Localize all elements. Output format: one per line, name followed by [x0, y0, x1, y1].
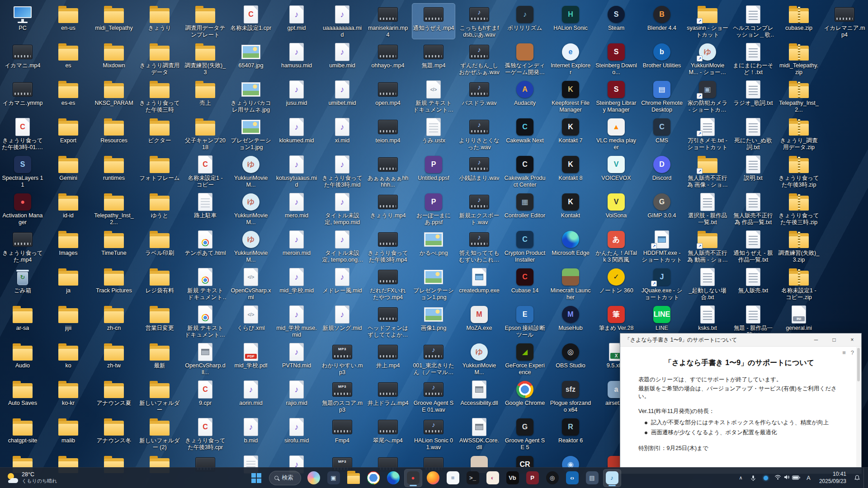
desktop-icon[interactable]: AWSSDK.Core.dll [458, 416, 500, 451]
desktop-icon[interactable]: プレゼンテーション1.png [412, 266, 455, 301]
desktop-icon[interactable]: CCakewalk Next [504, 116, 546, 151]
desktop-icon[interactable]: ↗無人販売不正行為 動画 - ショートカット [686, 229, 729, 264]
search-box[interactable]: 検索 [269, 471, 301, 485]
desktop-icon[interactable]: ♪b.mid [230, 416, 272, 451]
desktop-icon[interactable]: ♪gpt.mid [275, 4, 318, 39]
desktop-icon[interactable]: teion.mp4 [367, 116, 409, 151]
desktop-icon[interactable]: runtimes [93, 154, 135, 189]
desktop-icon[interactable]: RReaktor 6 [549, 416, 592, 451]
desktop-icon[interactable]: きょうり調査用データ [138, 41, 181, 76]
desktop-icon[interactable]: ♪よりりさとくなった.wav [458, 116, 500, 151]
desktop-icon[interactable]: VVOICEVOX [595, 154, 637, 189]
desktop-icon[interactable]: manisekarin.mp4 [367, 4, 409, 39]
taskbar-app-file-explorer[interactable] [344, 469, 363, 487]
desktop-icon[interactable]: Cきょうり食ってた午後3時-01.cpr [1, 116, 44, 151]
bluetooth-icon[interactable] [760, 470, 772, 486]
desktop-icon[interactable]: C名称未設定1.cpr [230, 4, 272, 39]
desktop-icon[interactable]: EEpson 接続診断ツール [504, 304, 546, 339]
desktop-icon[interactable]: Mixdown [93, 41, 135, 76]
ime-indicator[interactable]: A [802, 470, 815, 486]
desktop-icon[interactable]: ヘッドフォンはずしててよかった.mp4 [367, 304, 409, 339]
scrollbar-thumb[interactable] [857, 348, 860, 381]
taskbar-app-voice-app[interactable]: ♪ [603, 469, 621, 487]
network-volume-battery-group[interactable] [773, 470, 802, 486]
desktop-icon[interactable]: ♪メドレー風.mid [321, 266, 363, 301]
desktop-icon[interactable]: ▲VLC media player [595, 116, 637, 151]
desktop-icon[interactable]: ↗HDDFMT.exe - ショートカット [641, 229, 683, 264]
desktop-icon[interactable]: ▣↗家の防犯カメラ - ショートカット [686, 79, 729, 114]
desktop-icon[interactable]: Google Chrome [504, 379, 546, 414]
desktop-icon[interactable]: ohhayo-.mp4 [367, 41, 409, 76]
desktop-icon[interactable]: MMuseHub [549, 304, 592, 339]
show-desktop-button[interactable] [863, 468, 866, 488]
desktop-icon[interactable]: CCrypton Product Installer [504, 229, 546, 264]
desktop-icon[interactable]: ko [47, 341, 90, 376]
taskbar-app-code[interactable]: ‹› [563, 469, 581, 487]
desktop-icon[interactable]: ✓ノートン 360 [595, 266, 637, 301]
scrollbar[interactable] [856, 347, 861, 473]
desktop-icon[interactable]: midi_Telepathy [93, 4, 135, 39]
desktop-icon[interactable]: BBlender 4.4 [641, 4, 683, 39]
desktop-icon[interactable]: ♪新規ソング.mid [321, 304, 363, 339]
desktop-icon[interactable]: ♪PVTNd.mid [275, 341, 318, 376]
desktop-icon[interactable]: VVoiSona [595, 191, 637, 226]
taskbar-app-files-2[interactable]: ▤ [583, 469, 601, 487]
desktop-icon[interactable]: TimeTune [93, 229, 135, 264]
desktop-icon[interactable]: 新規 テキスト ドキュメント.html [184, 304, 226, 339]
desktop-icon[interactable]: ♪mid_学校 muse.mid [275, 304, 318, 339]
desktop-icon[interactable]: </>くらび.xml [230, 304, 272, 339]
desktop-icon[interactable]: malib [47, 416, 90, 451]
desktop-icon[interactable]: ja [47, 266, 90, 301]
desktop-icon[interactable]: きょうり [138, 4, 181, 39]
desktop-icon[interactable]: AAudacity [504, 79, 546, 114]
desktop-icon[interactable]: PC [1, 4, 44, 39]
desktop-icon[interactable]: bBrother Utilities [641, 41, 683, 76]
desktop-icon[interactable]: NKSC_PARAM [93, 79, 135, 114]
desktop-icon[interactable]: きょうり食ってた午後3時.mp4 [367, 229, 409, 264]
desktop-icon[interactable]: きょうりバカコレ用サムネ.jpg [230, 79, 272, 114]
desktop-icon[interactable]: ↗無人販売不正行為 画像 - ショートカット [686, 154, 729, 189]
desktop-icon[interactable]: ♪hamusu.mid [275, 41, 318, 76]
desktop-icon[interactable]: ♪sirofu.mid [275, 416, 318, 451]
desktop-icon[interactable]: ♪きょうり食ってた午後3時.mid [321, 154, 363, 189]
desktop-icon[interactable]: イカマニ.ymmp [1, 79, 44, 114]
desktop-icon[interactable]: あぁぁぁぁぁhhhhh... [367, 154, 409, 189]
desktop-icon[interactable]: 新しいフォルダー (2) [138, 416, 181, 451]
desktop-icon[interactable]: ♪umibe.mid [321, 41, 363, 76]
desktop-icon[interactable]: sfzPlogue sforzando x64 [549, 379, 592, 414]
desktop-icon[interactable]: CCakewalk Product Center [504, 154, 546, 189]
desktop-icon[interactable]: ♪ポリリリズム [504, 4, 546, 39]
clock[interactable]: 10:41 2025/09/23 [815, 471, 850, 485]
desktop-icon[interactable]: C名称未設定1 - コピー [184, 154, 226, 189]
desktop[interactable]: PCイカマニ.mp4イカマニ.ymmpCきょうり食ってた午後3時-01.cprS… [0, 0, 868, 488]
desktop-icon[interactable]: 選択肢 - 親作品一覧.txt [686, 191, 729, 226]
close-icon[interactable]: × [843, 333, 861, 346]
taskbar-app-chrome[interactable] [364, 469, 382, 487]
desktop-icon[interactable]: ♪mero.mid [275, 191, 318, 226]
desktop-icon[interactable]: es [47, 41, 90, 76]
desktop-icon[interactable]: ゆ↗YukkuriMovieM... - ショートカット [686, 41, 729, 76]
desktop-icon[interactable]: きょうり食ってた午後3時.zip [778, 154, 820, 189]
desktop-icon[interactable]: レジ袋有料 [138, 266, 181, 301]
desktop-icon[interactable]: CCubase 14 [504, 266, 546, 301]
desktop-icon[interactable]: 新規 テキスト ドキュメント (2).html [184, 266, 226, 301]
desktop-icon[interactable]: zh-tw [93, 341, 135, 376]
desktop-icon[interactable]: 死にたい_ぬ歌詞.txt [732, 116, 774, 151]
start-button[interactable] [247, 469, 265, 487]
desktop-icon[interactable]: ゆYukkuriMovieM... [230, 154, 272, 189]
desktop-icon[interactable]: Audio [1, 341, 44, 376]
desktop-icon[interactable]: ♪タイトル未設定, tempo.ong1.mid [321, 229, 363, 264]
desktop-icon[interactable]: かるべ.png [412, 229, 455, 264]
desktop-icon[interactable]: アナウンス夏 [93, 379, 135, 414]
desktop-icon[interactable]: CCMS [641, 116, 683, 151]
desktop-icon[interactable]: ラジオ_歌詞.txt [732, 79, 774, 114]
desktop-icon[interactable]: KKontakt 8 [549, 154, 592, 189]
desktop-icon[interactable]: ♪rajio.mid [275, 379, 318, 414]
menu-icon[interactable]: ≡ [842, 349, 846, 356]
desktop-icon[interactable]: Gemini [47, 154, 90, 189]
desktop-icon[interactable]: Pおーぽーまにあ.ppsf [412, 191, 455, 226]
desktop-icon[interactable]: ♪mid_学校.mid [275, 266, 318, 301]
minimize-icon[interactable]: ─ [807, 333, 825, 346]
taskbar-app-terminal[interactable]: >_ [464, 469, 482, 487]
desktop-icon[interactable]: Microsoft Edge [549, 229, 592, 264]
